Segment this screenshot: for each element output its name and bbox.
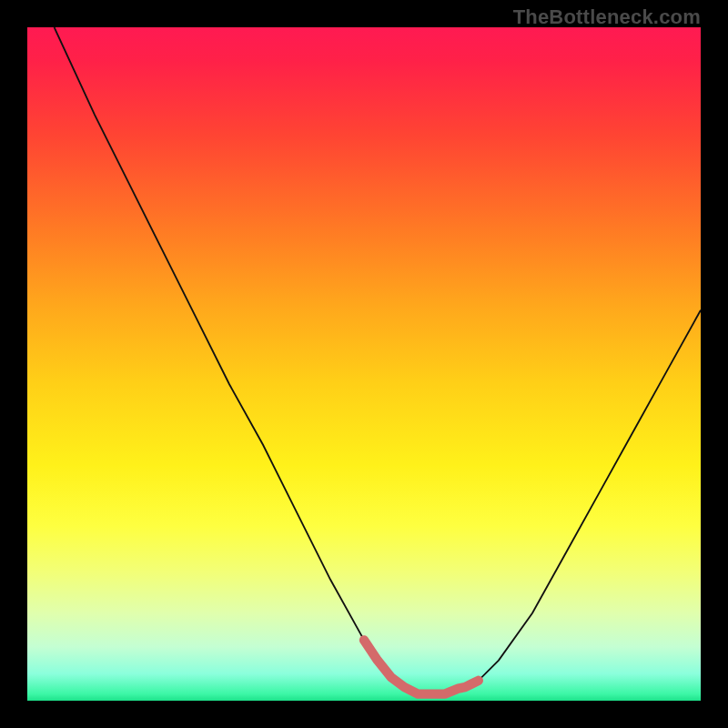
chart-svg xyxy=(27,27,701,701)
attribution-label: TheBottleneck.com xyxy=(513,5,701,29)
plot-area xyxy=(27,27,701,701)
sweet-spot-highlight xyxy=(364,640,479,693)
bottleneck-curve xyxy=(55,27,701,694)
chart-root: TheBottleneck.com xyxy=(0,0,728,728)
